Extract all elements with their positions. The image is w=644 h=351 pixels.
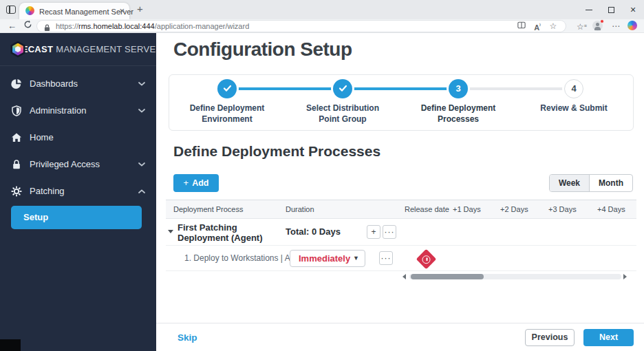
check-icon [339,85,347,92]
recast-favicon-icon [25,6,34,15]
step-1-label: Define DeploymentEnvironment [169,103,286,125]
plus-icon: + [184,178,189,188]
gear-icon [11,186,22,197]
previous-button[interactable]: Previous [525,329,575,346]
section-title: Define Deployment Processes [173,143,380,160]
column-plus1-days: +1 Days [453,200,481,219]
row-add-button[interactable]: + [367,225,380,239]
column-plus2-days: +2 Days [500,200,528,219]
step-4-label: Review & Submit [515,103,632,114]
sidebar-item-setup-active[interactable]: Setup [11,206,142,229]
next-button[interactable]: Next [583,329,634,346]
step-2-circle [333,79,352,98]
sidebar-item-administration[interactable]: Administration [0,97,156,124]
table-row-deployment: First PatchingDeployment (Agent) Total: … [166,219,636,246]
home-icon [11,132,22,143]
browser-tab-strip: Recast Management Server × + × [0,0,644,19]
subrow-label: 1. Deploy to Workstations | Alli [184,246,305,271]
sidebar: RECASTMANAGEMENT SERVER Dashboards Admin… [0,33,156,351]
warning-diamond-icon [416,249,437,270]
brand-title: RECASTMANAGEMENT SERVER [15,44,162,54]
new-tab-button[interactable]: + [137,3,143,14]
duration-total: Total: 0 Days [286,226,341,237]
step-3-label: Define DeploymentProcesses [400,103,517,125]
sidebar-item-dashboards[interactable]: Dashboards [0,70,156,97]
window-maximize-button[interactable] [600,0,622,19]
corner-artifact [0,339,21,351]
column-release-date: Release date [405,200,449,219]
step-2-label: Select DistributionPoint Group [284,103,401,125]
chevron-down-icon [138,162,145,167]
step-3-circle: 3 [449,79,468,98]
tab-close-icon[interactable]: × [119,6,125,16]
add-button[interactable]: +Add [173,174,219,192]
schedule-value: Immediately [299,251,350,266]
browser-tab[interactable]: Recast Management Server × [19,3,129,19]
page-title: Configuration Setup [173,39,352,61]
address-bar[interactable]: https://rms.homelab.local:444/applicatio… [37,21,566,32]
stepper-connector [237,87,333,90]
check-icon [223,85,232,92]
step-4-circle: 4 [564,79,583,98]
reload-icon [23,20,32,29]
step-1-circle [217,79,237,98]
sidebar-item-privileged-access[interactable]: Privileged Access [0,151,156,178]
chevron-down-icon [138,109,145,113]
main-content: Configuration Setup 3 4 Define Deploymen… [156,33,644,351]
table-subrow-step: 1. Deploy to Workstations | Alli Immedia… [166,246,636,271]
tab-layout-icon[interactable] [6,6,16,14]
favorite-star-icon[interactable]: ☆ [548,21,559,31]
shield-icon [11,105,22,116]
sidebar-item-home[interactable]: Home [0,124,156,151]
stepper-connector [353,87,449,90]
deployment-name: First PatchingDeployment (Agent) [178,222,263,243]
wizard-footer: Skip Previous Next [156,323,644,351]
sidebar-item-patching[interactable]: Patching [0,178,156,204]
collapse-triangle-icon[interactable] [168,230,173,233]
profile-avatar[interactable] [592,21,603,31]
pie-chart-icon [11,78,22,89]
copilot-icon[interactable] [627,21,637,30]
scroll-left-arrow[interactable] [402,274,406,279]
lock-icon [11,159,22,170]
split-screen-icon[interactable] [516,21,527,31]
notification-dot [600,19,604,23]
month-toggle-button[interactable]: Month [590,175,632,191]
url-text: https://rms.homelab.local:444/applicatio… [56,22,249,30]
window-close-button[interactable]: × [622,0,644,19]
schedule-dropdown[interactable]: Immediately ▼ [290,250,365,267]
subrow-more-button[interactable]: ··· [379,251,393,265]
browser-menu-icon[interactable]: ⋯ [610,21,622,32]
week-month-toggle: Week Month [549,174,633,192]
back-button[interactable]: ← [8,20,17,32]
wizard-stepper: 3 4 Define DeploymentEnvironment Select … [169,74,634,131]
skip-link[interactable]: Skip [178,323,197,351]
browser-window: Recast Management Server × + × ← https:/… [0,0,644,351]
column-deployment-process: Deployment Process [173,200,244,219]
column-plus4-days: +4 Days [597,200,625,219]
brand-header: RECASTMANAGEMENT SERVER [0,33,156,66]
scroll-right-arrow[interactable] [623,274,627,279]
horizontal-scrollbar-thumb[interactable] [411,274,484,279]
read-aloud-icon[interactable]: A⁾ [532,21,543,31]
chevron-down-icon [138,82,145,86]
sidebar-menu: Dashboards Administration Home [0,66,156,204]
column-duration: Duration [286,200,314,219]
favorites-hub-icon[interactable]: ☆≡ [575,21,588,32]
window-minimize-button[interactable] [578,0,600,19]
column-plus3-days: +3 Days [548,200,577,219]
chevron-up-icon [138,189,145,193]
week-toggle-button[interactable]: Week [550,175,590,191]
dropdown-caret-icon: ▼ [353,251,359,266]
stepper-connector [469,87,564,90]
reload-button[interactable] [23,20,32,32]
row-more-button[interactable]: ··· [383,225,396,239]
